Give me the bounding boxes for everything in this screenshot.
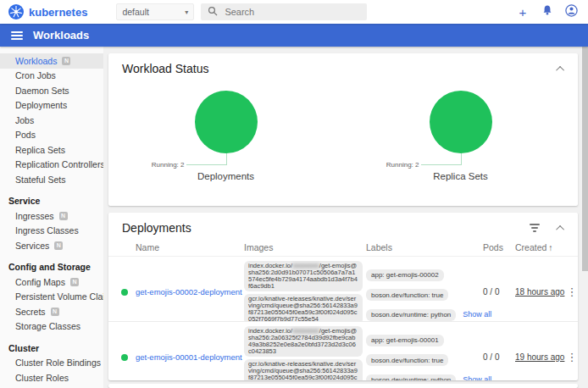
sidebar-item-cluster-roles[interactable]: Cluster Roles [0, 370, 103, 385]
sidebar-item-cron-jobs[interactable]: Cron Jobs [0, 69, 103, 84]
pie-chart-label: Deployments [197, 171, 254, 181]
search-input[interactable]: Search [201, 3, 367, 20]
sidebar-item-ingresses[interactable]: Ingresses N [0, 208, 103, 224]
sidebar-section-cluster: Cluster [0, 341, 103, 356]
pie-chart-label: Replica Sets [433, 171, 488, 181]
label-chip: boson.dev/runtime: python [366, 309, 456, 321]
sidebar-item-services[interactable]: Services N [0, 238, 103, 253]
image-chip: gcr.io/knative-releases/knative.dev/serv… [244, 359, 363, 380]
replica-sets-pie-chart: Running: 2 Replica Sets [343, 91, 578, 181]
pie-annotation-leader: Running: 2 [195, 153, 258, 165]
pie-running-slice[interactable] [195, 91, 258, 153]
table-row: get-emojis-00002-deployment index.docker… [108, 257, 578, 321]
namespace-selector[interactable]: default ▾ [116, 3, 194, 20]
pie-running-slice[interactable] [430, 91, 492, 153]
sidebar-section-config-and-storage: Config and Storage [0, 260, 103, 275]
sidebar-item-daemon-sets[interactable]: Daemon Sets [0, 83, 103, 98]
pie-annotation: Running: 2 [152, 161, 185, 169]
label-chip: boson.dev/function: true [366, 354, 448, 366]
sidebar-item-jobs[interactable]: Jobs [0, 113, 103, 128]
redacted-username: ■■■■■■■ [292, 262, 319, 269]
pods-count: 0 / 0 [483, 257, 515, 321]
workload-status-card: Workload Status Running: 2 Deployments R… [108, 53, 578, 206]
sort-ascending-icon: ↑ [548, 242, 552, 252]
sidebar-section-service: Service [0, 194, 103, 209]
sidebar-item-cluster-role-bindings[interactable]: Cluster Role Bindings [0, 356, 103, 371]
column-header-images[interactable]: Images [244, 242, 366, 252]
column-header-created[interactable]: Created↑ [515, 242, 566, 252]
workload-status-charts: Running: 2 Deployments Running: 2 Replic… [108, 91, 578, 181]
notifications-bell-icon[interactable] [541, 4, 553, 19]
deployments-pie-chart: Running: 2 Deployments [108, 91, 343, 181]
column-header-labels[interactable]: Labels [366, 242, 483, 252]
brand-name: kubernetes [29, 6, 87, 19]
collapse-chevron-icon[interactable] [556, 224, 564, 233]
column-header-pods[interactable]: Pods [483, 242, 515, 252]
deployments-title: Deployments [122, 221, 530, 235]
status-running-icon [121, 289, 128, 296]
namespaced-badge: N [59, 212, 68, 220]
filter-icon[interactable] [530, 222, 540, 235]
sidebar-item-replica-sets[interactable]: Replica Sets [0, 142, 103, 158]
deployments-table-header: Name Images Labels Pods Created↑ [108, 238, 578, 257]
menu-hamburger-icon[interactable] [11, 30, 23, 42]
image-chip: index.docker.io/■■■■■■■/get-emojis@sha25… [244, 326, 363, 357]
page-scrollbar[interactable] [582, 47, 588, 388]
image-chip: index.docker.io/■■■■■■■/get-emojis@sha25… [244, 261, 363, 291]
table-row: get-emojis-00001-deployment index.docker… [108, 321, 578, 380]
status-running-icon [121, 354, 128, 361]
sidebar-item-storage-classes[interactable]: Storage Classes [0, 319, 103, 335]
deployments-card: Deployments Name Images Labels Pods Crea… [108, 213, 578, 380]
sidebar-nav: Workloads N Cron Jobs Daemon Sets Deploy… [0, 47, 103, 388]
topbar-actions: + [504, 4, 578, 20]
next-card-sliver [108, 384, 578, 388]
column-header-name[interactable]: Name [136, 242, 244, 252]
page-toolbar: Workloads [0, 24, 588, 47]
created-timestamp[interactable]: 19 hours ago [515, 352, 564, 362]
sidebar-item-deployments[interactable]: Deployments [0, 98, 103, 114]
kubernetes-helm-icon [8, 4, 24, 19]
pie-annotation: Running: 2 [386, 161, 419, 169]
workload-status-title: Workload Status [122, 62, 558, 75]
sidebar-item-config-maps[interactable]: Config Maps N [0, 274, 103, 290]
sidebar-item-workloads[interactable]: Workloads N [0, 53, 103, 69]
redacted-username: ■■■■■■■ [292, 327, 319, 335]
namespaced-badge: N [51, 308, 59, 316]
search-placeholder: Search [225, 7, 254, 17]
sidebar-item-replication-controllers[interactable]: Replication Controllers [0, 158, 103, 173]
row-kebab-menu-icon[interactable]: ⋮ [567, 285, 578, 298]
created-timestamp[interactable]: 18 hours ago [515, 287, 564, 297]
sidebar-item-persistent-volume-claims[interactable]: Persistent Volume Claims N [0, 290, 103, 305]
user-avatar-icon[interactable] [565, 4, 578, 20]
top-app-bar: kubernetes default ▾ Search + [0, 0, 588, 24]
pods-count: 0 / 0 [483, 322, 515, 380]
image-chip: gcr.io/knative-releases/knative.dev/serv… [244, 294, 363, 321]
create-resource-button[interactable]: + [516, 6, 530, 19]
caret-down-icon: ▾ [185, 8, 188, 16]
scrollbar-thumb[interactable] [582, 47, 588, 271]
namespace-value: default [122, 7, 185, 17]
label-chip: app: get-emojis-00002 [366, 269, 444, 281]
kubernetes-logo[interactable]: kubernetes [8, 4, 87, 19]
sidebar-item-ingress-classes[interactable]: Ingress Classes [0, 224, 103, 239]
namespaced-badge: N [70, 278, 79, 286]
namespaced-badge: N [54, 241, 63, 250]
row-kebab-menu-icon[interactable]: ⋮ [567, 351, 578, 363]
namespaced-badge: N [62, 57, 70, 65]
label-chip: boson.dev/runtime: python [366, 374, 456, 381]
sidebar-item-stateful-sets[interactable]: Stateful Sets [0, 172, 103, 187]
sidebar-item-pods[interactable]: Pods [0, 128, 103, 143]
page-title: Workloads [33, 29, 89, 42]
deployment-name-link[interactable]: get-emojis-00001-deployment [136, 352, 242, 362]
deployment-name-link[interactable]: get-emojis-00002-deployment [136, 287, 242, 297]
label-chip: boson.dev/function: true [366, 289, 448, 301]
pie-annotation-leader: Running: 2 [430, 153, 492, 165]
search-icon [208, 4, 218, 19]
sidebar-item-secrets[interactable]: Secrets N [0, 304, 103, 319]
label-chip: app: get-emojis-00001 [366, 335, 444, 346]
